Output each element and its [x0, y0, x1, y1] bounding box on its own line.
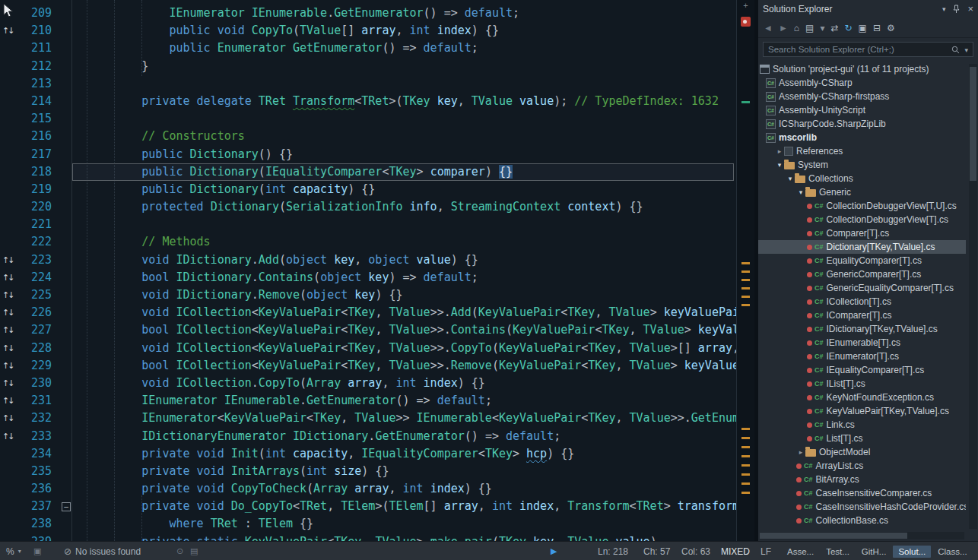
zoom-control[interactable]: % ▾ [6, 542, 21, 560]
implements-gutter-icon[interactable]: ↑↓ [0, 22, 17, 40]
forward-icon[interactable]: ► [779, 23, 788, 33]
code-line-232[interactable]: ↑↓232 IEnumerator<KeyValuePair<TKey, TVa… [0, 410, 736, 427]
sync-with-active-document-icon[interactable]: ⇄ [830, 23, 838, 33]
code-editor[interactable]: 209 IEnumerator IEnumerable.GetEnumerato… [0, 0, 736, 541]
tree-item-file[interactable]: Dictionary[TKey,TValue].cs [758, 240, 966, 254]
status-extra-icon-2[interactable]: ▤ [190, 542, 198, 560]
switch-views-icon[interactable]: ▤ [805, 23, 814, 33]
tree-item-file[interactable]: IEqualityComparer[T].cs [758, 363, 966, 377]
tree-item-file[interactable]: Link.cs [758, 418, 966, 432]
implements-gutter-icon[interactable]: ↑↓ [0, 286, 17, 304]
code-line-237[interactable]: 237− private void Do_CopyTo<TRet, TElem>… [0, 498, 736, 515]
collapse-arrow-icon[interactable]: ▾ [775, 158, 784, 172]
code-line-224[interactable]: ↑↓224 bool IDictionary.Contains(object k… [0, 269, 736, 286]
collapse-arrow-icon[interactable]: ▾ [786, 172, 795, 185]
implements-gutter-icon[interactable]: ↑↓ [0, 428, 17, 445]
properties-icon[interactable]: ⚙ [887, 23, 895, 33]
scrollbar-thumb[interactable] [760, 533, 907, 539]
tree-item-file[interactable]: GenericComparer[T].cs [758, 267, 966, 281]
nest-files-icon[interactable]: ▣ [859, 23, 867, 33]
tree-item-file[interactable]: Comparer[T].cs [758, 226, 966, 240]
tree-item-file[interactable]: CollectionDebuggerView[T].cs [758, 213, 966, 226]
code-line-223[interactable]: ↑↓223 void IDictionary.Add(object key, o… [0, 252, 736, 269]
tree-horizontal-scrollbar[interactable] [760, 532, 964, 539]
code-line-228[interactable]: ↑↓228 void ICollection<KeyValuePair<TKey… [0, 340, 736, 357]
expand-arrow-icon[interactable]: ▸ [796, 445, 805, 459]
fold-collapse-control[interactable]: − [55, 498, 73, 515]
tree-item-file[interactable]: IList[T].cs [758, 377, 966, 391]
code-line-218[interactable]: 218 public Dictionary(IEqualityComparer<… [0, 163, 736, 181]
tree-item-project[interactable]: Assembly-CSharp-firstpass [758, 90, 966, 103]
code-line-239[interactable]: 239 private static KeyValuePair<TKey, TV… [0, 533, 736, 541]
tree-item-file[interactable]: KeyNotFoundException.cs [758, 391, 966, 404]
implements-gutter-icon[interactable]: ↑↓ [0, 375, 17, 392]
code-line-234[interactable]: 234 private void Init(int capacity, IEqu… [0, 445, 736, 463]
tree-item-project[interactable]: Assembly-UnityScript [758, 103, 966, 117]
tree-vertical-scrollbar[interactable] [969, 64, 977, 529]
tool-tab[interactable]: Test... [821, 546, 855, 558]
code-line-212[interactable]: 212 } [0, 58, 736, 75]
home-icon[interactable]: ⌂ [794, 23, 799, 33]
implements-gutter-icon[interactable]: ↑↓ [0, 252, 17, 269]
tree-item-project[interactable]: ICSharpCode.SharpZipLib [758, 117, 966, 131]
refresh-icon[interactable]: ↻ [844, 23, 852, 33]
tree-item-project[interactable]: Assembly-CSharp [758, 76, 966, 90]
window-position-icon[interactable]: ▾ [942, 5, 946, 13]
code-line-221[interactable]: 221 [0, 216, 736, 233]
status-extra-icon-1[interactable]: ⊙ [176, 542, 183, 560]
tree-item-solution[interactable]: Solution 'project-gui' (11 of 11 project… [758, 62, 966, 76]
split-editor-icon[interactable]: + [737, 1, 754, 10]
code-line-233[interactable]: ↑↓233 IDictionaryEnumerator IDictionary.… [0, 428, 736, 445]
document-icon[interactable]: ▣ [33, 542, 41, 560]
tree-item-file[interactable]: ArrayList.cs [758, 459, 966, 473]
scroll-right-icon[interactable]: ▶ [551, 542, 557, 560]
search-input[interactable] [763, 42, 973, 57]
tree-item-file[interactable]: IDictionary[TKey,TValue].cs [758, 322, 966, 336]
tool-tab[interactable]: Class... [932, 546, 972, 558]
code-line-214[interactable]: 214 private delegate TRet Transform<TRet… [0, 93, 736, 110]
tree-item-file[interactable]: IEnumerable[T].cs [758, 336, 966, 350]
tree-item-file[interactable]: CollectionDebuggerView[T,U].cs [758, 199, 966, 213]
fold-collapse-icon[interactable]: − [62, 502, 71, 511]
tree-item-file[interactable]: List[T].cs [758, 432, 966, 445]
code-line-215[interactable]: 215 [0, 110, 736, 128]
implements-gutter-icon[interactable]: ↑↓ [0, 304, 17, 321]
column-indicator[interactable]: Col: 63 [681, 542, 710, 560]
code-line-209[interactable]: 209 IEnumerator IEnumerable.GetEnumerato… [0, 5, 736, 22]
code-line-219[interactable]: 219 public Dictionary(int capacity) {} [0, 181, 736, 198]
tool-tab[interactable]: GitH... [856, 546, 892, 558]
collapse-all-icon[interactable]: ⊟ [873, 23, 881, 33]
tree-item-project[interactable]: mscorlib [758, 131, 966, 144]
tool-tab[interactable]: Solut... [893, 546, 931, 558]
line-ending-indicator[interactable]: LF [760, 542, 771, 560]
code-line-229[interactable]: ↑↓229 bool ICollection<KeyValuePair<TKey… [0, 357, 736, 375]
code-line-236[interactable]: 236 private void CopyToCheck(Array array… [0, 480, 736, 498]
implements-gutter-icon[interactable]: ↑↓ [0, 340, 17, 357]
tree-item-file[interactable]: BitArray.cs [758, 473, 966, 486]
implements-gutter-icon[interactable]: ↑↓ [0, 410, 17, 427]
issues-indicator[interactable]: ⊘ No issues found [64, 542, 141, 560]
code-line-213[interactable]: 213 [0, 75, 736, 93]
code-line-225[interactable]: ↑↓225 void IDictionary.Remove(object key… [0, 286, 736, 304]
tree-item-file[interactable]: CaseInsensitiveComparer.cs [758, 486, 966, 500]
dropdown-caret-icon[interactable]: ▾ [820, 23, 824, 33]
code-line-210[interactable]: ↑↓210 public void CopyTo(TValue[] array,… [0, 22, 736, 40]
tree-item-folder[interactable]: ▾Generic [758, 185, 966, 199]
tree-item-file[interactable]: GenericEqualityComparer[T].cs [758, 281, 966, 295]
tree-item-file[interactable]: IComparer[T].cs [758, 308, 966, 322]
implements-gutter-icon[interactable]: ↑↓ [0, 357, 17, 375]
panel-title-bar[interactable]: Solution Explorer ▾ × [758, 0, 978, 18]
tree-item-file[interactable]: CaseInsensitiveHashCodeProvider.cs [758, 500, 966, 514]
tree-item-file[interactable]: EqualityComparer[T].cs [758, 254, 966, 267]
code-line-227[interactable]: ↑↓227 bool ICollection<KeyValuePair<TKey… [0, 321, 736, 339]
back-icon[interactable]: ◄ [764, 23, 773, 33]
code-line-238[interactable]: 238 where TRet : TElem {} [0, 515, 736, 533]
tree-item-file[interactable]: CollectionBase.cs [758, 514, 966, 527]
tree-item-file[interactable]: ICollection[T].cs [758, 295, 966, 308]
tree-item-file[interactable]: KeyValuePair[TKey,TValue].cs [758, 404, 966, 418]
overview-ruler[interactable]: + [736, 0, 754, 541]
tree-item-folder[interactable]: ▾Collections [758, 172, 966, 185]
collapse-arrow-icon[interactable]: ▾ [796, 185, 805, 199]
tool-tab[interactable]: Asse... [782, 546, 819, 558]
char-indicator[interactable]: Ch: 57 [643, 542, 670, 560]
